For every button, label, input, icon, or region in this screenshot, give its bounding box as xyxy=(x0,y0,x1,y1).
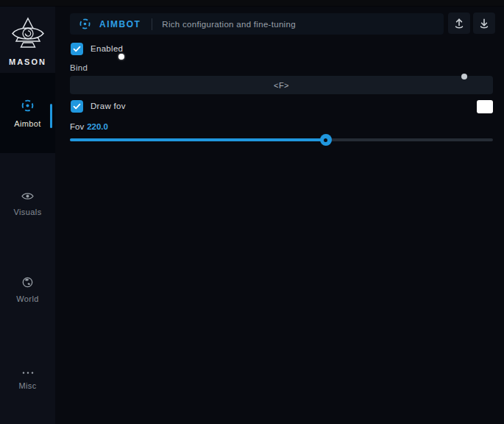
sidebar-item-label: World xyxy=(16,294,39,303)
enabled-label: Enabled xyxy=(90,44,123,53)
fov-slider-thumb-hole xyxy=(324,138,327,142)
sidebar-item-world[interactable]: World xyxy=(0,274,55,306)
fov-slider-fill xyxy=(70,138,326,141)
page-header: AIMBOT Rich configuration and fine-tunin… xyxy=(70,13,444,35)
sidebar: MASON Aimbot Visuals xyxy=(0,7,55,424)
fov-value: 220.0 xyxy=(87,122,108,131)
upload-icon xyxy=(452,17,466,30)
crosshair-icon xyxy=(79,18,91,30)
active-indicator xyxy=(50,104,52,128)
mason-eye-pyramid-icon xyxy=(11,17,45,54)
sidebar-item-aimbot[interactable]: Aimbot xyxy=(0,73,55,153)
draw-fov-checkbox[interactable] xyxy=(71,100,83,113)
window-top-strip xyxy=(0,0,504,7)
bind-label: Bind xyxy=(70,63,88,72)
fov-slider[interactable] xyxy=(70,138,493,141)
sidebar-item-visuals[interactable]: Visuals xyxy=(0,187,55,219)
sidebar-item-label: Misc xyxy=(18,381,36,390)
logo: MASON xyxy=(0,17,55,66)
sidebar-item-label: Aimbot xyxy=(14,119,41,128)
crosshair-icon xyxy=(21,99,35,116)
fov-label: Fov xyxy=(70,122,84,131)
download-icon xyxy=(478,17,491,30)
draw-fov-label: Draw fov xyxy=(90,102,126,110)
main-panel: AIMBOT Rich configuration and fine-tunin… xyxy=(55,7,504,424)
sidebar-item-label: Visuals xyxy=(13,208,41,216)
page-title: AIMBOT xyxy=(99,19,141,29)
logo-title: MASON xyxy=(9,57,46,66)
globe-icon xyxy=(22,277,33,291)
ellipsis-icon xyxy=(21,364,35,378)
cursor-dot xyxy=(118,54,124,60)
header-divider xyxy=(152,18,152,30)
fov-label-row: Fov220.0 xyxy=(70,122,108,131)
fov-slider-thumb[interactable] xyxy=(320,134,332,146)
bind-key-field[interactable]: <F> xyxy=(70,76,493,94)
eye-icon xyxy=(21,191,34,204)
sidebar-item-misc[interactable]: Misc xyxy=(0,361,55,393)
upload-config-button[interactable] xyxy=(448,13,470,34)
page-subtitle: Rich configuration and fine-tuning xyxy=(162,20,296,29)
download-config-button[interactable] xyxy=(473,13,495,34)
check-icon xyxy=(73,46,81,52)
bind-field-dot xyxy=(461,74,467,80)
check-icon xyxy=(73,103,81,110)
enabled-checkbox[interactable] xyxy=(71,43,83,55)
draw-fov-color-swatch[interactable] xyxy=(477,100,493,113)
app-window: MASON Aimbot Visuals xyxy=(0,0,504,424)
bind-key-value: <F> xyxy=(274,81,289,90)
